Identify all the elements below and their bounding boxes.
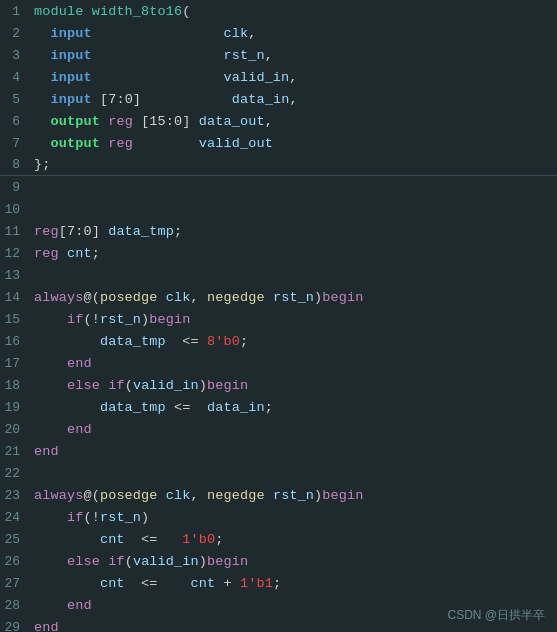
line-content: input valid_in, xyxy=(28,70,298,85)
token xyxy=(100,554,108,569)
token: 1'b0 xyxy=(182,532,215,547)
token xyxy=(133,114,141,129)
token: input xyxy=(50,92,91,107)
line-number: 20 xyxy=(0,422,28,437)
token: data_out xyxy=(199,114,265,129)
line-content: data_tmp <= 8'b0; xyxy=(28,334,248,349)
line-content: input rst_n, xyxy=(28,48,273,63)
token xyxy=(92,70,224,85)
line-content: output reg valid_out xyxy=(28,136,273,151)
line-number: 23 xyxy=(0,488,28,503)
line-content: cnt <= cnt + 1'b1; xyxy=(28,576,281,591)
line-number: 8 xyxy=(0,157,28,172)
token: , xyxy=(265,114,273,129)
token xyxy=(34,554,67,569)
token: if xyxy=(108,378,124,393)
line-content: reg[7:0] data_tmp; xyxy=(28,224,182,239)
token xyxy=(34,48,50,63)
token: ) xyxy=(141,510,149,525)
line-content: reg cnt; xyxy=(28,246,100,261)
token xyxy=(265,290,273,305)
token: [7:0] xyxy=(100,92,141,107)
token: ; xyxy=(265,400,273,415)
token: data_in xyxy=(207,400,265,415)
token: negedge xyxy=(207,488,265,503)
token: <= xyxy=(125,576,191,591)
code-line: 6 output reg [15:0] data_out, xyxy=(0,110,557,132)
token xyxy=(158,290,166,305)
token: ; xyxy=(215,532,223,547)
line-content: data_tmp <= data_in; xyxy=(28,400,273,415)
line-content: end xyxy=(28,444,59,459)
token: begin xyxy=(207,378,248,393)
line-number: 24 xyxy=(0,510,28,525)
line-number: 4 xyxy=(0,70,28,85)
line-content: always@(posedge clk, negedge rst_n)begin xyxy=(28,290,364,305)
line-number: 26 xyxy=(0,554,28,569)
line-content: end xyxy=(28,598,92,613)
token: end xyxy=(67,598,92,613)
code-line: 14always@(posedge clk, negedge rst_n)beg… xyxy=(0,286,557,308)
token: (! xyxy=(83,510,99,525)
line-content: cnt <= 1'b0; xyxy=(28,532,223,547)
token: }; xyxy=(34,157,50,172)
line-number: 13 xyxy=(0,268,28,283)
line-number: 29 xyxy=(0,620,28,633)
token: else xyxy=(67,554,100,569)
token: ; xyxy=(240,334,248,349)
token: reg xyxy=(34,246,59,261)
token: data_in xyxy=(232,92,290,107)
token xyxy=(100,136,108,151)
token: input xyxy=(50,48,91,63)
token: rst_n xyxy=(100,510,141,525)
token: , xyxy=(191,290,207,305)
line-content: else if(valid_in)begin xyxy=(28,378,248,393)
token xyxy=(34,576,100,591)
token: , xyxy=(191,488,207,503)
code-line: 25 cnt <= 1'b0; xyxy=(0,528,557,550)
line-number: 11 xyxy=(0,224,28,239)
line-number: 17 xyxy=(0,356,28,371)
token: valid_in xyxy=(223,70,289,85)
line-content: output reg [15:0] data_out, xyxy=(28,114,273,129)
line-number: 22 xyxy=(0,466,28,481)
token xyxy=(59,246,67,261)
line-number: 7 xyxy=(0,136,28,151)
token: @( xyxy=(83,488,99,503)
token xyxy=(34,26,50,41)
line-number: 2 xyxy=(0,26,28,41)
token: input xyxy=(50,70,91,85)
code-line: 4 input valid_in, xyxy=(0,66,557,88)
token: cnt xyxy=(67,246,92,261)
token xyxy=(34,356,67,371)
token: data_tmp xyxy=(100,334,166,349)
token: [7:0] xyxy=(59,224,108,239)
token: [15:0] xyxy=(141,114,190,129)
code-line: 10 xyxy=(0,198,557,220)
code-line: 2 input clk, xyxy=(0,22,557,44)
token: negedge xyxy=(207,290,265,305)
code-line: 21end xyxy=(0,440,557,462)
token xyxy=(158,488,166,503)
line-content: if(!rst_n) xyxy=(28,510,149,525)
line-number: 16 xyxy=(0,334,28,349)
code-line: 11reg[7:0] data_tmp; xyxy=(0,220,557,242)
line-number: 21 xyxy=(0,444,28,459)
line-number: 14 xyxy=(0,290,28,305)
line-content: else if(valid_in)begin xyxy=(28,554,248,569)
token xyxy=(133,136,199,151)
token xyxy=(34,334,100,349)
line-number: 5 xyxy=(0,92,28,107)
code-line: 19 data_tmp <= data_in; xyxy=(0,396,557,418)
line-number: 28 xyxy=(0,598,28,613)
line-content: end xyxy=(28,620,59,633)
token: posedge xyxy=(100,290,158,305)
token: 8'b0 xyxy=(207,334,240,349)
token: , xyxy=(248,26,256,41)
token: rst_n xyxy=(273,488,314,503)
code-line: 17 end xyxy=(0,352,557,374)
token: data_tmp xyxy=(100,400,166,415)
code-line: 24 if(!rst_n) xyxy=(0,506,557,528)
token xyxy=(34,70,50,85)
line-number: 15 xyxy=(0,312,28,327)
